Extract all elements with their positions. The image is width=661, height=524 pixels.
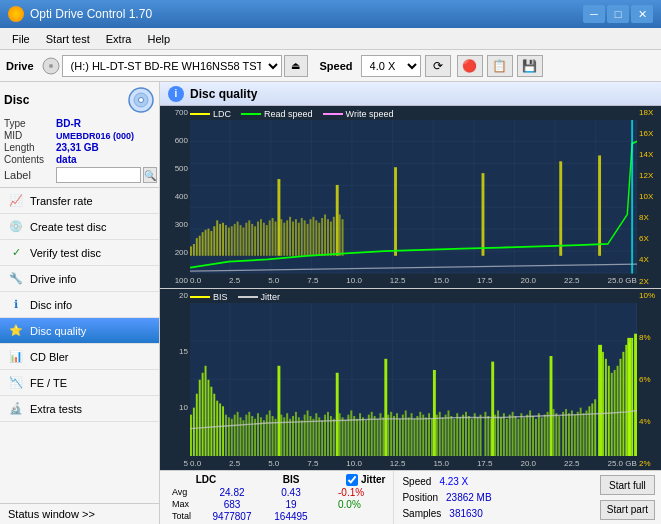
save-button[interactable]: 💾 <box>517 55 543 77</box>
burn-button[interactable]: 🔴 <box>457 55 483 77</box>
lower-chart: BIS Jitter 20 15 10 5 10% <box>160 289 661 471</box>
drive-select[interactable]: (H:) HL-DT-ST BD-RE WH16NS58 TST4 <box>62 55 282 77</box>
content-area: i Disc quality LDC Read speed <box>160 82 661 524</box>
nav-item-create-test-disc[interactable]: 💿 Create test disc <box>0 214 159 240</box>
svg-rect-136 <box>362 417 364 456</box>
disc-quality-title: Disc quality <box>190 87 257 101</box>
svg-rect-199 <box>555 413 557 456</box>
svg-rect-88 <box>240 417 242 456</box>
svg-rect-111 <box>286 413 288 456</box>
svg-rect-104 <box>263 420 265 456</box>
svg-rect-220 <box>622 351 624 456</box>
svg-rect-82 <box>222 406 224 456</box>
svg-rect-221 <box>625 344 627 456</box>
svg-rect-178 <box>490 418 492 456</box>
label-input[interactable] <box>56 167 141 183</box>
upper-chart-y-right: 18X 16X 14X 12X 10X 8X 6X 4X 2X <box>637 106 661 288</box>
maximize-button[interactable]: □ <box>607 5 629 23</box>
svg-rect-150 <box>405 410 407 456</box>
type-key: Type <box>4 118 56 129</box>
svg-rect-219 <box>620 358 622 456</box>
refresh-button[interactable]: ⟳ <box>425 55 451 77</box>
nav-item-fe-te[interactable]: 📉 FE / TE <box>0 370 159 396</box>
svg-rect-65 <box>342 219 344 256</box>
menu-bar: File Start test Extra Help <box>0 28 661 50</box>
svg-rect-12 <box>199 236 201 256</box>
svg-rect-118 <box>307 410 309 456</box>
menu-start-test[interactable]: Start test <box>38 31 98 47</box>
svg-rect-93 <box>277 365 280 456</box>
svg-rect-156 <box>422 414 424 456</box>
svg-rect-151 <box>408 417 410 456</box>
label-search-button[interactable]: 🔍 <box>143 167 157 183</box>
svg-rect-47 <box>286 220 288 255</box>
menu-extra[interactable]: Extra <box>98 31 140 47</box>
svg-rect-189 <box>523 417 525 456</box>
svg-rect-154 <box>416 416 418 456</box>
svg-rect-78 <box>210 386 212 456</box>
svg-rect-90 <box>245 414 247 456</box>
svg-rect-212 <box>594 399 596 456</box>
svg-rect-133 <box>353 416 355 456</box>
nav-item-extra-tests[interactable]: 🔬 Extra tests <box>0 396 159 422</box>
svg-rect-202 <box>565 409 567 456</box>
close-button[interactable]: ✕ <box>631 5 653 23</box>
drive-disc-icon <box>42 57 60 75</box>
nav-item-verify-test-disc[interactable]: ✓ Verify test disc <box>0 240 159 266</box>
svg-point-4 <box>139 98 144 103</box>
svg-rect-92 <box>251 416 253 456</box>
svg-rect-222 <box>628 342 630 456</box>
svg-rect-141 <box>377 418 379 456</box>
nav-item-disc-quality[interactable]: ⭐ Disc quality <box>0 318 159 344</box>
svg-rect-194 <box>538 413 540 456</box>
nav-item-transfer-rate[interactable]: 📈 Transfer rate <box>0 188 159 214</box>
svg-rect-159 <box>431 418 433 456</box>
start-part-button[interactable]: Start part <box>600 500 655 520</box>
jitter-checkbox[interactable] <box>346 474 358 486</box>
svg-rect-144 <box>387 414 389 456</box>
legend-bis: BIS <box>190 292 228 302</box>
ldc-header: LDC <box>176 474 236 486</box>
menu-file[interactable]: File <box>4 31 38 47</box>
lower-chart-y-left: 20 15 10 5 <box>160 289 190 471</box>
svg-rect-11 <box>196 238 198 256</box>
minimize-button[interactable]: ─ <box>583 5 605 23</box>
svg-rect-17 <box>213 226 215 256</box>
svg-rect-149 <box>402 414 404 456</box>
svg-rect-218 <box>617 365 619 456</box>
nav-label-verify-test-disc: Verify test disc <box>30 247 101 259</box>
status-window-link[interactable]: Status window >> <box>0 503 159 524</box>
svg-rect-201 <box>562 411 564 456</box>
svg-rect-143 <box>382 417 384 456</box>
svg-rect-42 <box>269 220 271 255</box>
svg-rect-91 <box>248 411 250 456</box>
position-label: Position <box>402 492 438 503</box>
svg-rect-196 <box>544 414 546 456</box>
fe-te-icon: 📉 <box>8 375 24 391</box>
svg-rect-116 <box>301 420 303 456</box>
nav-item-disc-info[interactable]: ℹ Disc info <box>0 292 159 318</box>
jitter-header-label: Jitter <box>361 474 385 485</box>
upper-chart-legend: LDC Read speed Write speed <box>190 109 393 119</box>
copy-button[interactable]: 📋 <box>487 55 513 77</box>
nav-item-drive-info[interactable]: 🔧 Drive info <box>0 266 159 292</box>
svg-rect-187 <box>517 418 519 456</box>
upper-chart-x-axis: 0.0 2.5 5.0 7.5 10.0 12.5 15.0 17.5 20.0… <box>190 274 637 288</box>
svg-rect-158 <box>428 413 430 456</box>
menu-help[interactable]: Help <box>139 31 178 47</box>
svg-rect-160 <box>436 414 438 456</box>
legend-jitter: Jitter <box>238 292 281 302</box>
svg-rect-99 <box>598 344 602 456</box>
start-full-button[interactable]: Start full <box>600 475 655 495</box>
speed-select[interactable]: 4.0 X <box>361 55 421 77</box>
svg-rect-40 <box>263 223 265 256</box>
svg-rect-21 <box>277 179 280 256</box>
svg-rect-153 <box>414 418 416 456</box>
eject-button[interactable]: ⏏ <box>284 55 308 77</box>
svg-rect-41 <box>266 225 268 256</box>
nav-item-cd-bler[interactable]: 📊 CD Bler <box>0 344 159 370</box>
disc-quality-header: i Disc quality <box>160 82 661 106</box>
svg-rect-84 <box>228 417 230 456</box>
svg-rect-182 <box>503 413 505 456</box>
length-val: 23,31 GB <box>56 142 99 153</box>
